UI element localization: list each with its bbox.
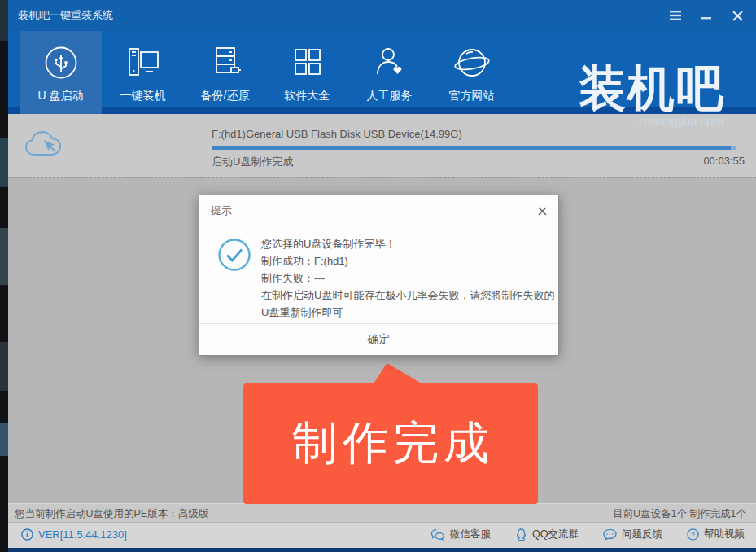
dialog-close-icon[interactable]	[534, 203, 550, 219]
dialog-body: 您选择的U盘设备制作完毕！ 制作成功：F:(hd1) 制作失败：--- 在制作启…	[199, 226, 558, 323]
nav-item-one-key-install[interactable]: 一键装机	[102, 31, 184, 114]
nav-label: 软件大全	[285, 89, 330, 103]
version-info[interactable]: VER[11.5.44.1230]	[21, 528, 127, 541]
dialog-title: 提示	[199, 204, 232, 218]
success-check-icon	[217, 238, 251, 275]
statusbar: 您当前制作启动U盘使用的PE版本：高级版 目前U盘设备1个 制作完成1个	[8, 503, 756, 522]
nav-label: 官方网站	[449, 89, 495, 103]
main-nav: U 盘启动 一键装机	[8, 31, 756, 114]
nav-item-official-site[interactable]: 官方网站	[430, 31, 513, 114]
dialog-message: 您选择的U盘设备制作完毕！ 制作成功：F:(hd1) 制作失败：--- 在制作启…	[261, 235, 554, 321]
progress-status-label: 启动U盘制作完成	[212, 155, 293, 169]
customer-service-icon	[370, 42, 409, 84]
brand-domain: zhuangjiba.com	[579, 114, 725, 128]
screen: 装机吧一键重装系统	[0, 0, 756, 552]
dialog-line: 在制作启动U盘时可能存在极小几率会失败，请您将制作失败的	[261, 287, 554, 304]
help-circle-icon: ?	[687, 528, 699, 541]
minimize-icon[interactable]	[694, 5, 719, 26]
dialog-titlebar: 提示	[199, 195, 558, 226]
link-label: 问题反馈	[622, 528, 662, 541]
feedback-link[interactable]: 问题反馈	[603, 528, 662, 541]
qq-icon	[515, 528, 527, 541]
nav-label: 一键装机	[120, 89, 166, 103]
dialog-line: 您选择的U盘设备制作完毕！	[261, 235, 554, 252]
dialog-footer: 确定	[199, 323, 558, 355]
apps-grid-icon	[288, 42, 327, 84]
usb-icon	[42, 42, 81, 84]
titlebar: 装机吧一键重装系统	[8, 0, 756, 31]
link-label: QQ交流群	[532, 528, 579, 541]
callout-text: 制作完成	[287, 413, 494, 475]
brand-logo: 装机吧 zhuangjiba.com	[579, 64, 725, 128]
pe-version-status: 您当前制作启动U盘使用的PE版本：高级版	[15, 507, 208, 521]
ok-button[interactable]: 确定	[343, 327, 415, 352]
computer-icon	[124, 42, 163, 84]
desktop-background-sliver	[0, 0, 8, 552]
window-title: 装机吧一键重装系统	[8, 8, 113, 23]
website-globe-icon	[452, 42, 492, 84]
qq-group-link[interactable]: QQ交流群	[515, 528, 579, 541]
nav-label: 备份/还原	[201, 89, 250, 103]
dialog-line: U盘重新制作即可	[261, 304, 554, 321]
menu-icon[interactable]	[663, 5, 688, 26]
link-label: 微信客服	[450, 528, 491, 541]
info-icon	[21, 528, 33, 541]
elapsed-time: 00:03:55	[703, 155, 745, 167]
footer: VER[11.5.44.1230] 微信客服	[8, 522, 756, 548]
callout-body: 制作完成	[243, 383, 538, 504]
svg-text:?: ?	[691, 531, 695, 539]
nav-item-usb-boot[interactable]: U 盘启动	[20, 31, 102, 114]
link-label: 帮助视频	[704, 528, 745, 541]
nav-item-backup-restore[interactable]: 备份/还原	[184, 31, 266, 114]
progress-bar	[212, 146, 736, 150]
usb-device-label: F:(hd1)General USB Flash Disk USB Device…	[212, 128, 462, 140]
window-bottom-border	[8, 548, 756, 552]
feedback-bubble-icon	[603, 528, 617, 541]
progress-fill	[212, 146, 736, 150]
wechat-support-link[interactable]: 微信客服	[430, 528, 491, 541]
nav-item-software-center[interactable]: 软件大全	[266, 31, 348, 114]
help-video-link[interactable]: ? 帮助视频	[687, 528, 745, 541]
dialog-line: 制作成功：F:(hd1)	[261, 252, 554, 269]
app-window: 装机吧一键重装系统	[8, 0, 756, 552]
backup-restore-icon	[206, 42, 245, 84]
nav-item-customer-service[interactable]: 人工服务	[348, 31, 430, 114]
nav-label: 人工服务	[367, 89, 413, 103]
device-count-status: 目前U盘设备1个 制作完成1个	[613, 507, 746, 521]
prompt-dialog: 提示 您选择的U盘设备制作完毕！ 制作成功：F:(hd1) 制作失败：--- 在…	[199, 195, 559, 356]
dialog-line: 制作失败：---	[261, 269, 554, 287]
close-icon[interactable]	[725, 5, 749, 26]
nav-label: U 盘启动	[38, 89, 84, 103]
brand-logo-text: 装机吧	[579, 63, 725, 113]
wechat-icon	[430, 528, 445, 541]
cloud-cursor-icon	[23, 124, 72, 168]
version-text: VER[11.5.44.1230]	[38, 528, 127, 541]
